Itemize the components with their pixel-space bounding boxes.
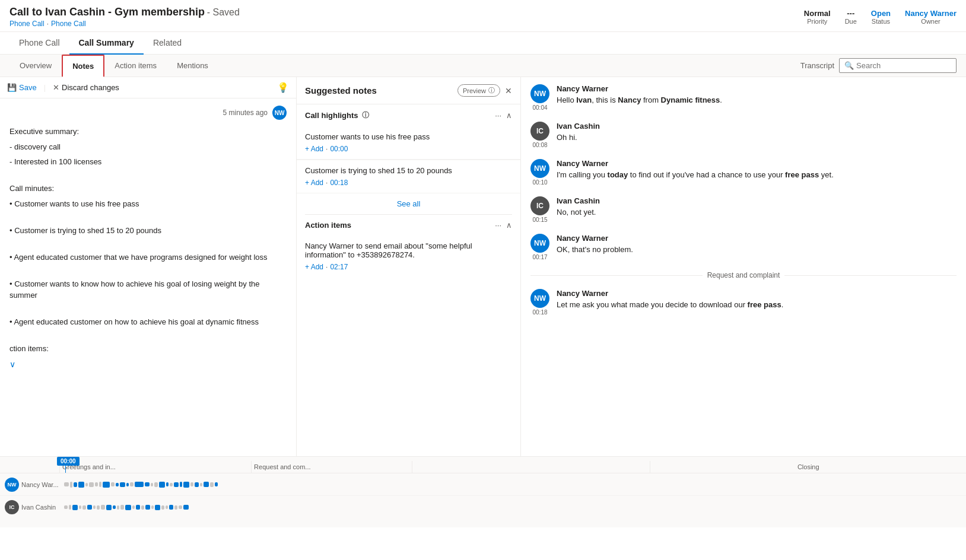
avatar-nw2: NW — [530, 159, 549, 178]
avatar-nw4: NW — [530, 289, 549, 308]
time-nw3: 00:17 — [532, 254, 547, 260]
transcript-item-ic1: IC 00:08 Ivan Cashin Oh hi. — [530, 122, 957, 148]
highlight-text-1: Customer wants to use his free pass — [305, 132, 512, 141]
transcript-item-nw2: NW 00:10 Nancy Warner I'm calling you to… — [530, 159, 957, 186]
text-ic1: Oh hi. — [557, 132, 957, 144]
highlight-actions-2: + Add · 00:18 — [305, 179, 512, 187]
time-nw2: 00:10 — [532, 179, 547, 186]
text-ic2: No, not yet. — [557, 206, 957, 218]
notes-text-body: Executive summary: - discovery call - In… — [9, 126, 287, 355]
suggested-header-controls: Preview ⓘ ✕ — [457, 84, 512, 97]
main-content: 💾 Save | ✕ Discard changes 💡 5 minutes a… — [0, 77, 966, 456]
action-items-header: Action items ··· ∧ — [297, 215, 520, 236]
action-timestamp-link-1[interactable]: 02:17 — [330, 263, 348, 271]
transcript-search-area: Transcript 🔍 — [796, 55, 957, 77]
time-ic2: 00:15 — [532, 217, 547, 223]
avatar-ic1: IC — [530, 122, 549, 141]
save-icon: 💾 — [7, 83, 17, 92]
text-nw3: OK, that's no problem. — [557, 244, 957, 256]
call-highlights-title: Call highlights ⓘ — [305, 110, 369, 120]
tab-call-summary[interactable]: Call Summary — [69, 32, 144, 55]
see-all-button[interactable]: See all — [297, 193, 520, 214]
track-avatar-ic: IC — [5, 500, 19, 514]
action-items-collapse-icon[interactable]: ∧ — [506, 221, 512, 230]
time-badge-area: 00:00 — [57, 457, 80, 473]
bulb-icon[interactable]: 💡 — [277, 82, 289, 93]
track-bar-ic — [64, 505, 961, 510]
avatar-ic2: IC — [530, 196, 549, 215]
highlight-item-2: Customer is trying to shed 15 to 20 poun… — [297, 160, 520, 193]
priority-meta: Normal Priority — [804, 9, 831, 25]
notes-avatar: NW — [272, 106, 287, 120]
discard-button[interactable]: ✕ Discard changes — [53, 83, 119, 92]
collapse-icon[interactable]: ∧ — [506, 111, 512, 120]
transcript-label: Transcript — [796, 55, 839, 76]
time-ic1: 00:08 — [532, 142, 547, 148]
sub-tab-notes[interactable]: Notes — [62, 55, 104, 77]
transcript-search-box[interactable]: 🔍 — [839, 58, 957, 73]
search-input[interactable] — [856, 61, 951, 70]
name-ic1: Ivan Cashin — [557, 122, 957, 131]
preview-badge[interactable]: Preview ⓘ — [457, 84, 500, 97]
call-highlights-actions: ··· ∧ — [495, 111, 512, 120]
top-nav-tabs: Phone Call Call Summary Related — [0, 32, 966, 55]
page-header: Call to Ivan Cashin - Gym membership - S… — [0, 0, 966, 32]
section-empty — [412, 461, 650, 473]
collapse-indicator[interactable]: ∨ — [9, 359, 287, 369]
sub-tab-mentions[interactable]: Mentions — [167, 55, 218, 77]
close-icon: ✕ — [53, 83, 59, 92]
tab-phone-call[interactable]: Phone Call — [9, 32, 69, 55]
info-icon: ⓘ — [488, 86, 495, 95]
highlight-actions-1: + Add · 00:00 — [305, 145, 512, 153]
track-name-ic: Ivan Cashin — [21, 504, 64, 511]
action-item-1-text: Nancy Warner to send email about "some h… — [297, 236, 520, 277]
close-suggested-button[interactable]: ✕ — [505, 86, 512, 96]
tab-related[interactable]: Related — [144, 32, 191, 55]
timestamp-link-1[interactable]: 00:00 — [330, 145, 348, 153]
sub-tab-overview[interactable]: Overview — [9, 55, 62, 77]
transcript-item-nw3: NW 00:17 Nancy Warner OK, that's no prob… — [530, 234, 957, 260]
header-title-area: Call to Ivan Cashin - Gym membership - S… — [9, 6, 240, 28]
more-options-icon[interactable]: ··· — [495, 111, 501, 120]
track-name-nw: Nancy War... — [21, 481, 64, 488]
timeline-sections-row: Greetings and in... Request and com... C… — [59, 461, 966, 473]
action-items-title: Action items — [305, 221, 351, 230]
time-indicator-line — [65, 466, 66, 473]
sub-tabs-row: Overview Notes Action items Mentions Tra… — [0, 55, 966, 77]
transcript-panel: NW 00:04 Nancy Warner Hello Ivan, this i… — [521, 77, 966, 456]
time-badge: 00:00 — [57, 457, 80, 466]
action-items-more-icon[interactable]: ··· — [495, 221, 501, 230]
suggested-title: Suggested notes — [305, 85, 377, 96]
text-nw4: Let me ask you what made you decide to d… — [557, 299, 957, 311]
notes-panel: 💾 Save | ✕ Discard changes 💡 5 minutes a… — [0, 77, 297, 456]
notes-scroll-area[interactable]: 5 minutes ago NW Executive summary: - di… — [0, 98, 296, 456]
search-icon: 🔍 — [844, 61, 854, 70]
action-items-actions: ··· ∧ — [495, 221, 512, 230]
text-nw2: I'm calling you today to find out if you… — [557, 169, 957, 181]
highlight-item-1: Customer wants to use his free pass + Ad… — [297, 126, 520, 160]
notes-timestamp: 5 minutes ago NW — [9, 106, 287, 120]
name-ic2: Ivan Cashin — [557, 196, 957, 205]
add-highlight-2-button[interactable]: + Add — [305, 179, 323, 187]
add-action-1-button[interactable]: + Add — [305, 263, 323, 271]
header-meta-area: Normal Priority --- Due Open Status Nanc… — [804, 9, 957, 25]
track-nw: NW Nancy War... — [0, 473, 966, 496]
transcript-content: NW 00:04 Nancy Warner Hello Ivan, this i… — [521, 77, 966, 456]
bottom-timeline: 00:00 Greetings and in... Request and co… — [0, 456, 966, 527]
track-ic: IC Ivan Cashin — [0, 496, 966, 518]
timestamp-link-2[interactable]: 00:18 — [330, 179, 348, 187]
add-highlight-1-button[interactable]: + Add — [305, 145, 323, 153]
section-closing: Closing — [650, 461, 966, 473]
due-meta: --- Due — [845, 9, 857, 25]
action-item-1-actions: + Add · 02:17 — [305, 263, 512, 271]
notes-toolbar: 💾 Save | ✕ Discard changes 💡 — [0, 77, 296, 98]
sub-tab-action-items[interactable]: Action items — [104, 55, 167, 77]
suggested-content: Call highlights ⓘ ··· ∧ Customer wants t… — [297, 104, 520, 456]
transcript-item-nw1: NW 00:04 Nancy Warner Hello Ivan, this i… — [530, 84, 957, 111]
transcript-item-ic2: IC 00:15 Ivan Cashin No, not yet. — [530, 196, 957, 223]
transcript-separator-1: Request and complaint — [530, 271, 957, 279]
call-highlights-header: Call highlights ⓘ ··· ∧ — [297, 104, 520, 126]
track-bar-nw — [64, 482, 961, 488]
header-subtitle: Phone Call · Phone Call — [9, 20, 240, 28]
save-button[interactable]: 💾 Save — [7, 83, 37, 92]
